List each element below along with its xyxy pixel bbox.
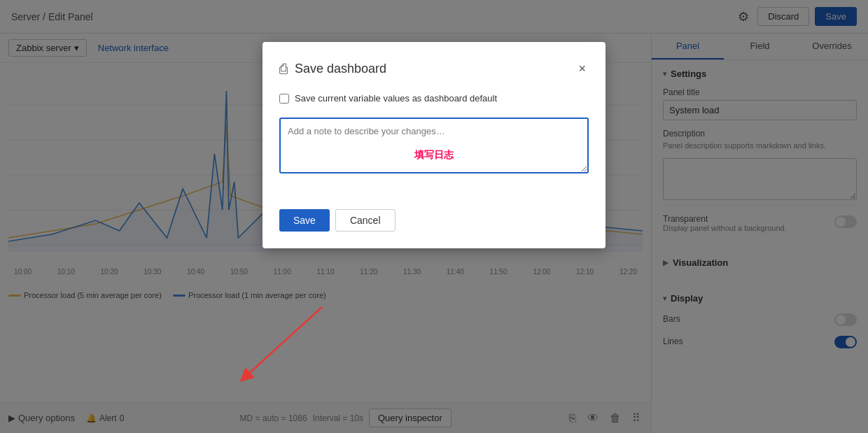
modal-save-button[interactable]: Save bbox=[279, 209, 330, 232]
save-dashboard-modal: ⎙ Save dashboard × Save current variable… bbox=[262, 42, 606, 248]
checkbox-label: Save current variable values as dashboar… bbox=[295, 93, 497, 104]
save-dashboard-icon: ⎙ bbox=[279, 61, 288, 77]
checkbox-row: Save current variable values as dashboar… bbox=[279, 93, 589, 104]
modal-title: Save dashboard bbox=[295, 62, 386, 76]
modal-overlay: ⎙ Save dashboard × Save current variable… bbox=[0, 0, 868, 433]
modal-close-button[interactable]: × bbox=[575, 59, 589, 79]
modal-title-row: ⎙ Save dashboard bbox=[279, 61, 386, 77]
textarea-wrapper: 填写日志 bbox=[279, 118, 589, 192]
modal-header: ⎙ Save dashboard × bbox=[279, 59, 589, 79]
note-textarea[interactable] bbox=[279, 118, 589, 173]
modal-cancel-button[interactable]: Cancel bbox=[335, 209, 396, 232]
modal-buttons: Save Cancel bbox=[279, 209, 589, 232]
save-variable-checkbox[interactable] bbox=[279, 94, 289, 104]
